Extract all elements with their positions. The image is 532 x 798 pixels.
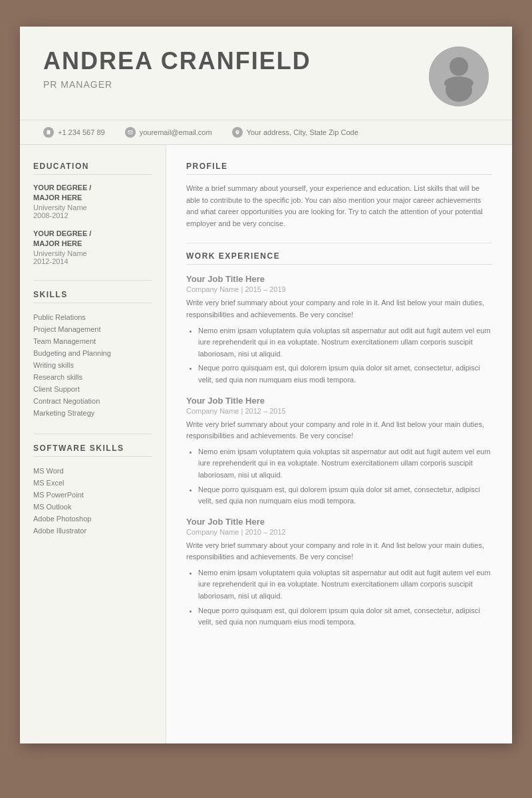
education-section: EDUCATION YOUR DEGREE /MAJOR HERE Univer… [33, 162, 152, 265]
section-divider-1 [186, 243, 492, 243]
education-title: EDUCATION [33, 162, 152, 175]
job-title-2: Your Job Title Here [186, 396, 492, 406]
software-skills-section: SOFTWARE SKILLS MS Word MS Excel MS Powe… [33, 444, 152, 537]
job-bullet-1-1: Nemo enim ipsam voluptatem quia voluptas… [198, 325, 492, 360]
edu-school-1: University Name [33, 203, 152, 211]
svg-point-3 [444, 76, 473, 90]
education-entry-2: YOUR DEGREE /MAJOR HERE University Name … [33, 229, 152, 265]
skills-section: SKILLS Public Relations Project Manageme… [33, 290, 152, 419]
resume-header: ANDREA CRANFIELD PR MANAGER [20, 27, 512, 120]
job-desc-3: Write very brief summary about your comp… [186, 540, 492, 563]
skill-9: Marketing Strategy [33, 407, 152, 419]
education-entry-1: YOUR DEGREE /MAJOR HERE University Name … [33, 183, 152, 219]
address-text: Your address, City, State Zip Code [247, 128, 358, 136]
job-bullet-2-2: Neque porro quisquam est, qui dolorem ip… [198, 484, 492, 507]
photo-placeholder [429, 47, 489, 106]
header-left: ANDREA CRANFIELD PR MANAGER [43, 47, 416, 90]
job-bullets-3: Nemo enim ipsam voluptatem quia voluptas… [186, 567, 492, 628]
job-desc-2: Write very brief summary about your comp… [186, 419, 492, 442]
job-bullets-2: Nemo enim ipsam voluptatem quia voluptas… [186, 446, 492, 507]
job-title-3: Your Job Title Here [186, 517, 492, 527]
job-title-1: Your Job Title Here [186, 274, 492, 284]
svg-point-7 [237, 131, 238, 132]
skills-title: SKILLS [33, 290, 152, 303]
skill-1: Public Relations [33, 311, 152, 323]
candidate-title: PR MANAGER [43, 79, 416, 90]
software-skill-4: MS Outlook [33, 501, 152, 513]
software-skills-title: SOFTWARE SKILLS [33, 444, 152, 457]
resume-body: EDUCATION YOUR DEGREE /MAJOR HERE Univer… [20, 145, 512, 743]
edu-year-2: 2012-2014 [33, 257, 152, 265]
skill-4: Budgeting and Planning [33, 347, 152, 359]
skill-7: Client Support [33, 383, 152, 395]
edu-school-2: University Name [33, 249, 152, 257]
job-company-3: Company Name | 2010 – 2012 [186, 528, 492, 536]
svg-point-1 [450, 57, 468, 76]
software-skill-1: MS Word [33, 465, 152, 477]
candidate-photo [429, 47, 489, 106]
edu-year-1: 2008-2012 [33, 211, 152, 219]
contact-bar: +1 234 567 89 youremail@email.com Your a… [20, 120, 512, 145]
resume-document: ANDREA CRANFIELD PR MANAGER [20, 27, 512, 743]
skill-2: Project Management [33, 323, 152, 335]
job-bullet-2-1: Nemo enim ipsam voluptatem quia voluptas… [198, 446, 492, 481]
job-bullets-1: Nemo enim ipsam voluptatem quia voluptas… [186, 325, 492, 386]
sidebar: EDUCATION YOUR DEGREE /MAJOR HERE Univer… [20, 145, 166, 743]
skill-8: Contract Negotiation [33, 395, 152, 407]
email-icon [125, 127, 136, 138]
software-skill-3: MS PowerPoint [33, 489, 152, 501]
job-entry-1: Your Job Title Here Company Name | 2015 … [186, 274, 492, 386]
contact-address: Your address, City, State Zip Code [232, 127, 358, 138]
profile-section: PROFILE Write a brief summary about your… [186, 162, 492, 229]
phone-icon [43, 127, 54, 138]
edu-degree-1: YOUR DEGREE /MAJOR HERE [33, 183, 152, 203]
software-skill-6: Adobe Illustrator [33, 525, 152, 537]
person-silhouette-icon [429, 47, 489, 106]
skill-5: Writing skills [33, 359, 152, 371]
location-icon [232, 127, 243, 138]
contact-phone: +1 234 567 89 [43, 127, 105, 138]
profile-title: PROFILE [186, 162, 492, 175]
job-entry-2: Your Job Title Here Company Name | 2012 … [186, 396, 492, 507]
candidate-name: ANDREA CRANFIELD [43, 47, 416, 75]
edu-degree-2: YOUR DEGREE /MAJOR HERE [33, 229, 152, 249]
skill-3: Team Management [33, 335, 152, 347]
software-skill-5: Adobe Photoshop [33, 513, 152, 525]
job-desc-1: Write very brief summary about your comp… [186, 297, 492, 321]
sidebar-divider-1 [33, 280, 152, 281]
main-content: PROFILE Write a brief summary about your… [166, 145, 512, 743]
job-bullet-3-1: Nemo enim ipsam voluptatem quia voluptas… [198, 567, 492, 602]
profile-text: Write a brief summary about yourself, yo… [186, 183, 492, 229]
email-text: youremail@email.com [140, 128, 212, 136]
job-bullet-1-2: Neque porro quisquam est, qui dolorem ip… [198, 362, 492, 386]
skill-6: Research skills [33, 371, 152, 383]
job-entry-3: Your Job Title Here Company Name | 2010 … [186, 517, 492, 628]
software-skill-2: MS Excel [33, 477, 152, 489]
contact-email: youremail@email.com [125, 127, 212, 138]
phone-text: +1 234 567 89 [58, 128, 105, 136]
work-experience-title: WORK EXPERIENCE [186, 251, 492, 265]
job-bullet-3-2: Neque porro quisquam est, qui dolorem ip… [198, 605, 492, 628]
sidebar-divider-2 [33, 434, 152, 434]
job-company-1: Company Name | 2015 – 2019 [186, 285, 492, 293]
job-company-2: Company Name | 2012 – 2015 [186, 407, 492, 415]
work-experience-section: WORK EXPERIENCE Your Job Title Here Comp… [186, 251, 492, 628]
